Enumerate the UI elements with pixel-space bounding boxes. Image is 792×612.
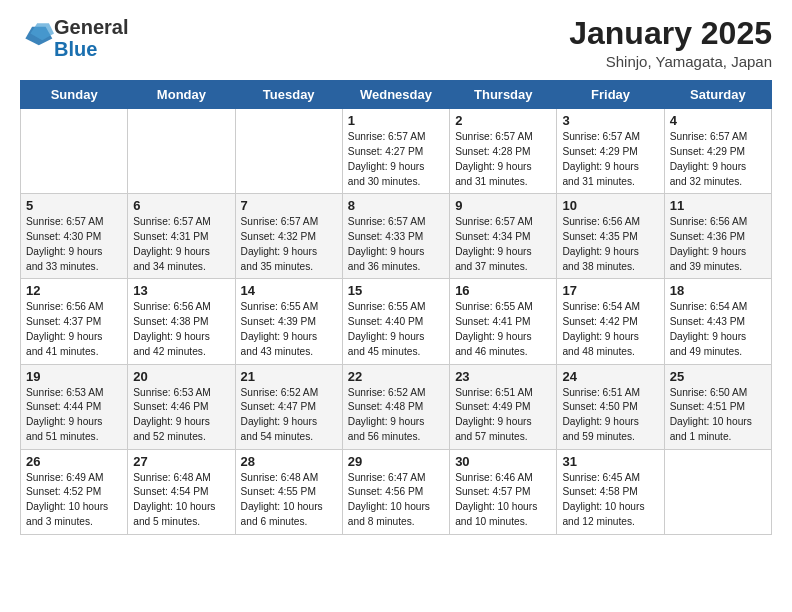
day-number: 4 [670, 113, 766, 128]
logo: General Blue [20, 16, 128, 60]
calendar-day-cell: 19Sunrise: 6:53 AM Sunset: 4:44 PM Dayli… [21, 364, 128, 449]
day-number: 20 [133, 369, 229, 384]
calendar-day-cell: 6Sunrise: 6:57 AM Sunset: 4:31 PM Daylig… [128, 194, 235, 279]
calendar-week-row: 19Sunrise: 6:53 AM Sunset: 4:44 PM Dayli… [21, 364, 772, 449]
calendar-day-cell: 2Sunrise: 6:57 AM Sunset: 4:28 PM Daylig… [450, 109, 557, 194]
day-number: 16 [455, 283, 551, 298]
calendar-day-cell [128, 109, 235, 194]
calendar-day-cell [664, 449, 771, 534]
calendar-day-cell: 10Sunrise: 6:56 AM Sunset: 4:35 PM Dayli… [557, 194, 664, 279]
calendar-day-cell: 11Sunrise: 6:56 AM Sunset: 4:36 PM Dayli… [664, 194, 771, 279]
calendar-day-cell: 24Sunrise: 6:51 AM Sunset: 4:50 PM Dayli… [557, 364, 664, 449]
calendar-day-cell: 1Sunrise: 6:57 AM Sunset: 4:27 PM Daylig… [342, 109, 449, 194]
day-number: 11 [670, 198, 766, 213]
day-info: Sunrise: 6:57 AM Sunset: 4:27 PM Dayligh… [348, 130, 444, 189]
day-info: Sunrise: 6:57 AM Sunset: 4:28 PM Dayligh… [455, 130, 551, 189]
day-number: 7 [241, 198, 337, 213]
calendar-day-cell: 15Sunrise: 6:55 AM Sunset: 4:40 PM Dayli… [342, 279, 449, 364]
logo-blue: Blue [54, 38, 97, 60]
day-number: 12 [26, 283, 122, 298]
calendar-day-cell: 17Sunrise: 6:54 AM Sunset: 4:42 PM Dayli… [557, 279, 664, 364]
day-info: Sunrise: 6:57 AM Sunset: 4:30 PM Dayligh… [26, 215, 122, 274]
calendar-day-cell: 25Sunrise: 6:50 AM Sunset: 4:51 PM Dayli… [664, 364, 771, 449]
day-info: Sunrise: 6:51 AM Sunset: 4:49 PM Dayligh… [455, 386, 551, 445]
calendar-day-cell: 8Sunrise: 6:57 AM Sunset: 4:33 PM Daylig… [342, 194, 449, 279]
day-info: Sunrise: 6:52 AM Sunset: 4:47 PM Dayligh… [241, 386, 337, 445]
calendar-day-cell [235, 109, 342, 194]
day-info: Sunrise: 6:57 AM Sunset: 4:29 PM Dayligh… [562, 130, 658, 189]
weekday-header-row: SundayMondayTuesdayWednesdayThursdayFrid… [21, 81, 772, 109]
calendar-day-cell: 7Sunrise: 6:57 AM Sunset: 4:32 PM Daylig… [235, 194, 342, 279]
calendar-week-row: 1Sunrise: 6:57 AM Sunset: 4:27 PM Daylig… [21, 109, 772, 194]
day-info: Sunrise: 6:57 AM Sunset: 4:33 PM Dayligh… [348, 215, 444, 274]
day-info: Sunrise: 6:52 AM Sunset: 4:48 PM Dayligh… [348, 386, 444, 445]
calendar-day-cell: 22Sunrise: 6:52 AM Sunset: 4:48 PM Dayli… [342, 364, 449, 449]
day-info: Sunrise: 6:47 AM Sunset: 4:56 PM Dayligh… [348, 471, 444, 530]
day-info: Sunrise: 6:46 AM Sunset: 4:57 PM Dayligh… [455, 471, 551, 530]
weekday-header-cell: Monday [128, 81, 235, 109]
calendar-day-cell: 29Sunrise: 6:47 AM Sunset: 4:56 PM Dayli… [342, 449, 449, 534]
calendar-day-cell: 27Sunrise: 6:48 AM Sunset: 4:54 PM Dayli… [128, 449, 235, 534]
day-number: 29 [348, 454, 444, 469]
day-info: Sunrise: 6:57 AM Sunset: 4:31 PM Dayligh… [133, 215, 229, 274]
page: General Blue January 2025 Shinjo, Yamaga… [0, 0, 792, 612]
day-info: Sunrise: 6:55 AM Sunset: 4:39 PM Dayligh… [241, 300, 337, 359]
day-info: Sunrise: 6:45 AM Sunset: 4:58 PM Dayligh… [562, 471, 658, 530]
day-number: 17 [562, 283, 658, 298]
day-number: 26 [26, 454, 122, 469]
day-info: Sunrise: 6:50 AM Sunset: 4:51 PM Dayligh… [670, 386, 766, 445]
day-number: 28 [241, 454, 337, 469]
day-info: Sunrise: 6:48 AM Sunset: 4:54 PM Dayligh… [133, 471, 229, 530]
day-number: 2 [455, 113, 551, 128]
calendar-week-row: 26Sunrise: 6:49 AM Sunset: 4:52 PM Dayli… [21, 449, 772, 534]
day-number: 21 [241, 369, 337, 384]
day-number: 18 [670, 283, 766, 298]
weekday-header-cell: Wednesday [342, 81, 449, 109]
weekday-header-cell: Saturday [664, 81, 771, 109]
day-info: Sunrise: 6:55 AM Sunset: 4:41 PM Dayligh… [455, 300, 551, 359]
calendar-day-cell: 14Sunrise: 6:55 AM Sunset: 4:39 PM Dayli… [235, 279, 342, 364]
day-info: Sunrise: 6:53 AM Sunset: 4:46 PM Dayligh… [133, 386, 229, 445]
calendar-day-cell: 3Sunrise: 6:57 AM Sunset: 4:29 PM Daylig… [557, 109, 664, 194]
day-number: 31 [562, 454, 658, 469]
calendar-day-cell: 9Sunrise: 6:57 AM Sunset: 4:34 PM Daylig… [450, 194, 557, 279]
day-number: 14 [241, 283, 337, 298]
calendar-day-cell: 26Sunrise: 6:49 AM Sunset: 4:52 PM Dayli… [21, 449, 128, 534]
day-info: Sunrise: 6:53 AM Sunset: 4:44 PM Dayligh… [26, 386, 122, 445]
day-info: Sunrise: 6:54 AM Sunset: 4:43 PM Dayligh… [670, 300, 766, 359]
day-number: 22 [348, 369, 444, 384]
weekday-header-cell: Friday [557, 81, 664, 109]
day-info: Sunrise: 6:55 AM Sunset: 4:40 PM Dayligh… [348, 300, 444, 359]
day-number: 27 [133, 454, 229, 469]
calendar-day-cell: 28Sunrise: 6:48 AM Sunset: 4:55 PM Dayli… [235, 449, 342, 534]
day-number: 3 [562, 113, 658, 128]
weekday-header-cell: Sunday [21, 81, 128, 109]
day-number: 23 [455, 369, 551, 384]
day-number: 19 [26, 369, 122, 384]
day-info: Sunrise: 6:56 AM Sunset: 4:37 PM Dayligh… [26, 300, 122, 359]
calendar: SundayMondayTuesdayWednesdayThursdayFrid… [20, 80, 772, 535]
calendar-week-row: 12Sunrise: 6:56 AM Sunset: 4:37 PM Dayli… [21, 279, 772, 364]
day-number: 25 [670, 369, 766, 384]
day-number: 1 [348, 113, 444, 128]
month-title: January 2025 [569, 16, 772, 51]
day-number: 5 [26, 198, 122, 213]
day-number: 30 [455, 454, 551, 469]
day-info: Sunrise: 6:56 AM Sunset: 4:36 PM Dayligh… [670, 215, 766, 274]
day-number: 24 [562, 369, 658, 384]
calendar-day-cell: 31Sunrise: 6:45 AM Sunset: 4:58 PM Dayli… [557, 449, 664, 534]
calendar-day-cell: 4Sunrise: 6:57 AM Sunset: 4:29 PM Daylig… [664, 109, 771, 194]
day-number: 15 [348, 283, 444, 298]
day-number: 6 [133, 198, 229, 213]
day-number: 10 [562, 198, 658, 213]
calendar-day-cell: 30Sunrise: 6:46 AM Sunset: 4:57 PM Dayli… [450, 449, 557, 534]
calendar-day-cell: 12Sunrise: 6:56 AM Sunset: 4:37 PM Dayli… [21, 279, 128, 364]
weekday-header-cell: Tuesday [235, 81, 342, 109]
day-number: 13 [133, 283, 229, 298]
day-info: Sunrise: 6:57 AM Sunset: 4:29 PM Dayligh… [670, 130, 766, 189]
weekday-header-cell: Thursday [450, 81, 557, 109]
day-number: 9 [455, 198, 551, 213]
day-info: Sunrise: 6:48 AM Sunset: 4:55 PM Dayligh… [241, 471, 337, 530]
calendar-day-cell: 23Sunrise: 6:51 AM Sunset: 4:49 PM Dayli… [450, 364, 557, 449]
calendar-day-cell: 5Sunrise: 6:57 AM Sunset: 4:30 PM Daylig… [21, 194, 128, 279]
